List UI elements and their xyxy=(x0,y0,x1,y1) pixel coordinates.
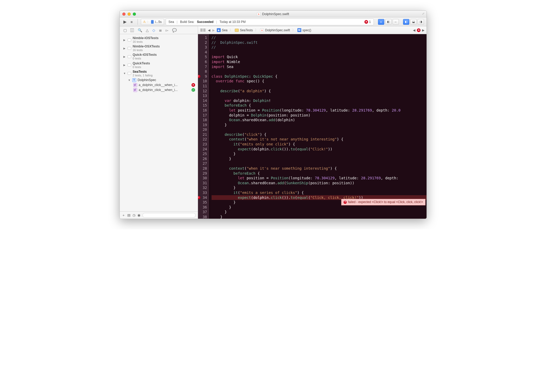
line-number[interactable]: 35 xyxy=(199,200,207,205)
line-number[interactable]: 20 xyxy=(199,127,207,132)
code-line[interactable]: import Sea xyxy=(212,64,427,69)
code-line[interactable]: } xyxy=(212,215,427,219)
close-window-button[interactable] xyxy=(122,13,125,16)
code-line[interactable]: beforeEach { xyxy=(212,103,427,108)
test-group[interactable]: ▶ Quick-iOSTests 0 tests xyxy=(120,52,198,61)
nav-forward-icon[interactable]: ▶ xyxy=(212,28,215,32)
minimize-window-button[interactable] xyxy=(128,13,131,16)
gutter-error-icon[interactable]: ✕ xyxy=(198,196,200,199)
code-line[interactable]: describe("a dolphin") { xyxy=(212,89,427,94)
project-nav-icon[interactable]: ▢ xyxy=(123,28,127,32)
filter-scope-icon[interactable]: ▤ xyxy=(127,213,130,217)
code-line[interactable]: } xyxy=(212,151,427,156)
code-line[interactable]: describe("click") { xyxy=(212,132,427,137)
line-number[interactable]: 4 xyxy=(199,50,207,55)
code-line[interactable]: context("when it's not near anything int… xyxy=(212,137,427,142)
issue-nav-icon[interactable]: △ xyxy=(146,28,149,32)
crumb-symbol[interactable]: M spec() xyxy=(297,28,311,32)
code-line[interactable]: expect(dolphin.click()).to(equal("Click!… xyxy=(212,147,427,152)
test-group[interactable]: ▶ Nimble-iOSTests 16 tests xyxy=(120,36,198,44)
line-number[interactable]: 1 xyxy=(199,35,207,40)
code-line[interactable] xyxy=(212,161,427,166)
crumb-file[interactable]: s DolphinSpec.swift xyxy=(260,28,290,32)
line-number[interactable]: 7 xyxy=(199,64,207,69)
line-number[interactable]: 16 xyxy=(199,108,207,113)
line-number[interactable]: 14 xyxy=(199,98,207,103)
line-number[interactable]: 12 xyxy=(199,89,207,94)
crumb-project[interactable]: Sea xyxy=(217,28,227,32)
code-line[interactable]: dolphin = Dolphin(position: position) xyxy=(212,113,427,118)
code-line[interactable]: // xyxy=(212,35,427,40)
code-line[interactable]: import Nimble xyxy=(212,59,427,64)
code-line[interactable]: // xyxy=(212,45,427,50)
activity-status[interactable]: Sea | Build Sea: Succeeded | Today at 10… xyxy=(166,19,374,25)
code-content[interactable]: //// DolphinSpec.swift//import Quickimpo… xyxy=(209,34,427,219)
disclosure-icon[interactable]: ▼ xyxy=(123,72,126,75)
code-line[interactable] xyxy=(212,50,427,55)
line-number[interactable]: 32 xyxy=(199,185,207,190)
line-number[interactable]: 36 xyxy=(199,205,207,210)
code-line[interactable]: } xyxy=(212,123,427,127)
code-line[interactable]: } xyxy=(212,185,427,190)
test-nav-icon[interactable]: ◇ xyxy=(152,28,155,32)
line-number[interactable]: 3 xyxy=(199,45,207,50)
code-line[interactable]: Ocean.sharedOcean.add(dolphin) xyxy=(212,118,427,123)
code-line[interactable] xyxy=(212,84,427,89)
test-group[interactable]: ▶ QuickTests 0 tests xyxy=(120,61,198,69)
code-line[interactable] xyxy=(212,93,427,98)
related-items-icon[interactable]: ☰☰ xyxy=(200,28,206,32)
test-spec[interactable]: ▼ T DolphinSpec xyxy=(120,78,198,83)
code-line[interactable]: it("emits only one click") { xyxy=(212,142,427,147)
line-number[interactable]: 17 xyxy=(199,113,207,118)
line-number[interactable]: 9✕ xyxy=(199,74,207,79)
line-number[interactable]: 18 xyxy=(199,118,207,123)
line-number[interactable]: 13 xyxy=(199,93,207,98)
stop-button[interactable]: ■ xyxy=(129,19,134,24)
run-button[interactable]: ▶ xyxy=(122,19,128,24)
debug-nav-icon[interactable]: ≣ xyxy=(159,28,162,32)
code-line[interactable]: } xyxy=(212,205,427,210)
add-button[interactable]: ＋ xyxy=(122,213,125,218)
breakpoint-nav-icon[interactable]: ▻ xyxy=(166,28,169,32)
line-number[interactable]: 11 xyxy=(199,84,207,89)
disclosure-icon[interactable]: ▶ xyxy=(123,39,126,41)
inline-error-banner[interactable]: ✕ failed - expected <Click!> to equal <C… xyxy=(341,199,425,205)
line-number[interactable]: 30 xyxy=(199,176,207,181)
code-line[interactable]: override func spec() { xyxy=(212,79,427,84)
line-number[interactable]: 15 xyxy=(199,103,207,108)
assistant-editor-button[interactable]: ◧ xyxy=(385,19,392,25)
line-number[interactable]: 6 xyxy=(199,59,207,64)
line-number[interactable]: 34✕ xyxy=(199,195,207,200)
line-number[interactable]: 10 xyxy=(199,79,207,84)
code-line[interactable]: Ocean.sharedOcean.add(SunkenShip(positio… xyxy=(212,181,427,186)
line-number[interactable]: 2 xyxy=(199,40,207,45)
line-number[interactable]: 8 xyxy=(199,69,207,74)
filter-active-icon[interactable]: ◉ xyxy=(137,213,140,217)
disclosure-icon[interactable]: ▼ xyxy=(128,79,131,82)
toggle-debug-button[interactable]: ⬓ xyxy=(410,19,417,25)
line-number[interactable]: 28 xyxy=(199,166,207,171)
nav-back-icon[interactable]: ◀ xyxy=(208,28,210,32)
line-number[interactable]: 37 xyxy=(199,210,207,215)
find-nav-icon[interactable]: 🔍 xyxy=(138,28,142,32)
line-number[interactable]: 19 xyxy=(199,123,207,127)
code-line[interactable] xyxy=(212,69,427,74)
line-number[interactable]: 25 xyxy=(199,151,207,156)
fullscreen-icon[interactable]: ⤢ xyxy=(422,12,424,15)
toggle-navigator-button[interactable]: ◧ xyxy=(403,19,409,25)
disclosure-icon[interactable]: ▶ xyxy=(123,47,126,50)
code-line[interactable]: it("emits a series of clicks") { xyxy=(212,190,427,195)
code-line[interactable]: let position = Position(longitude: 78.30… xyxy=(212,108,427,113)
test-group[interactable]: ▶ Nimble-OSXTests 16 tests xyxy=(120,44,198,52)
code-line[interactable]: } xyxy=(212,210,427,215)
crumb-folder[interactable]: SeaTests xyxy=(235,28,253,32)
code-editor[interactable]: 123456789✕101112131415161718192021222324… xyxy=(198,34,427,219)
code-line[interactable]: var dolphin: Dolphin! xyxy=(212,98,427,103)
zoom-window-button[interactable] xyxy=(133,13,136,16)
prev-issue-icon[interactable]: ◀ xyxy=(413,28,415,32)
line-number[interactable]: 26 xyxy=(199,156,207,161)
code-line[interactable]: import Quick xyxy=(212,54,427,59)
line-number[interactable]: 23 xyxy=(199,142,207,147)
symbol-nav-icon[interactable]: ⿲ xyxy=(130,28,134,32)
line-number[interactable]: 21 xyxy=(199,132,207,137)
